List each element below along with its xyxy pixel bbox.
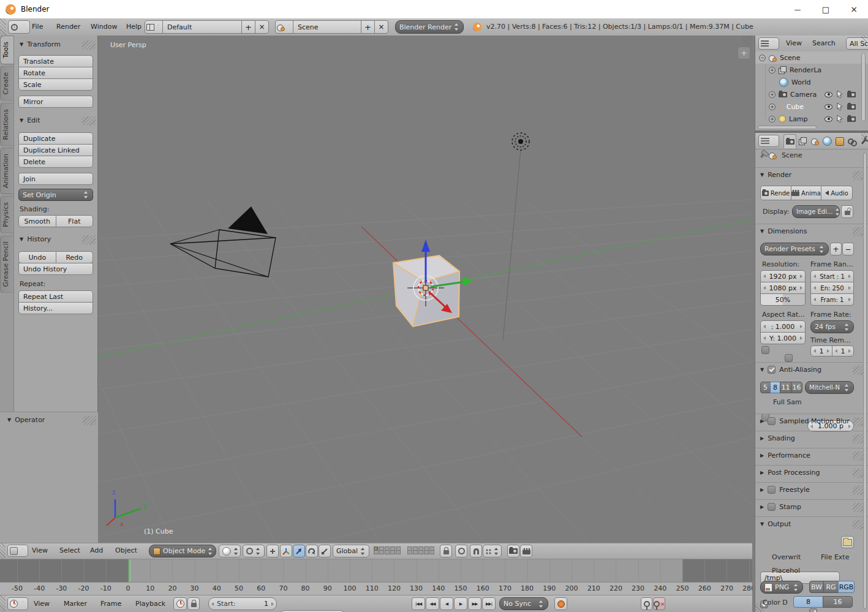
time-indicator-button[interactable] [173,597,187,610]
scene-add-button[interactable]: + [361,20,375,34]
jump-to-start-button[interactable]: |◀◀ [412,597,425,610]
next-keyframe-button[interactable]: ▶▶ [468,597,481,610]
undo-history-button[interactable]: Undo History [18,263,93,275]
redo-button[interactable]: Redo [56,251,94,263]
panel-drag-grip[interactable] [82,40,96,50]
editor-type-button[interactable] [758,135,779,147]
render-audio-button[interactable]: Audio [821,186,853,200]
visibility-eye-icon[interactable] [825,104,832,110]
tab-render[interactable] [783,134,796,148]
manipulator-toggle-button[interactable] [266,545,279,557]
corner-grip[interactable] [861,133,868,140]
timeline-menu-marker[interactable]: Marker [64,600,87,608]
preset-add-button[interactable]: + [830,243,842,255]
layer-cell[interactable] [374,550,379,554]
timeline-ruler[interactable]: -50-40-30-20-100102030405060708090100110… [0,582,752,595]
frame-step-field[interactable]: Fram: 1 [810,293,854,306]
viewport-menu-add[interactable]: Add [90,546,103,554]
viewport-3d[interactable]: User Persp z y x (1) Cube + [98,36,752,543]
aa-samples-11-button[interactable]: 11 [780,382,791,393]
pin-icon[interactable] [760,153,766,159]
renderability-camera-icon[interactable] [847,104,856,110]
shelf-tab-create[interactable]: Create [0,66,13,101]
menu-render[interactable]: Render [56,23,80,31]
frame-end-field[interactable]: En: 250 [810,282,854,294]
panel-header-shading[interactable]: ▶Shading [760,434,795,442]
render-still-button[interactable]: Rende [760,186,791,200]
collapse-expander-icon[interactable]: + [769,67,776,74]
outliner-row-cube[interactable]: + ▽ Cube [755,100,868,113]
color-rgb-button[interactable]: RGB [838,581,855,593]
aa-filter-select[interactable]: Mitchell-N [805,381,854,394]
panel-header-history[interactable]: ▼History [20,235,51,243]
visibility-eye-icon[interactable] [825,92,832,97]
outliner-row-camera[interactable]: + Camera [755,88,868,100]
panel-header-stamp[interactable]: ▶Stamp [760,503,801,511]
tab-world[interactable] [821,135,833,148]
manipulator-rotate-button[interactable] [306,545,318,557]
render-presets-select[interactable]: Render Presets [760,243,829,255]
sync-mode-select[interactable]: No Sync [499,597,548,610]
panel-header-anti-aliasing[interactable]: ▼Anti-Aliasing [760,366,821,374]
manipulator-translate-button[interactable] [293,545,305,557]
collapse-expander-icon[interactable]: − [759,55,766,61]
visibility-eye-icon[interactable] [825,116,832,122]
lock-frame-button[interactable] [187,597,200,610]
collapse-expander-icon[interactable]: + [769,91,776,98]
region-expand-button[interactable]: + [738,47,750,59]
display-lock-button[interactable] [841,205,853,218]
history-button[interactable]: History... [18,302,93,314]
layer-cell[interactable] [379,550,384,554]
viewport-shading-select[interactable] [219,545,241,557]
viewport-menu-select[interactable]: Select [59,546,80,554]
outliner-horizontal-scrollbar[interactable] [758,126,817,129]
preset-remove-button[interactable]: − [842,243,854,255]
menu-window[interactable]: Window [91,23,117,31]
outliner-item-label[interactable]: Scene [780,54,801,62]
outliner-row-renderlayers[interactable]: + RenderLa [755,64,868,76]
aspect-x-field[interactable]: : 1.000 [760,320,806,333]
depth-8-button[interactable]: 8 [793,596,823,608]
repeat-last-button[interactable]: Repeat Last [18,290,93,303]
corner-grip[interactable] [0,543,6,559]
smooth-button[interactable]: Smooth [18,215,56,227]
aa-samples-5-button[interactable]: 5 [760,382,771,393]
corner-grip[interactable] [861,36,868,43]
corner-grip[interactable] [0,18,6,36]
pivot-point-select[interactable] [243,545,265,557]
outliner-menu-search[interactable]: Search [812,39,836,47]
border-checkbox[interactable] [761,346,769,354]
play-button[interactable]: ▶ [454,597,467,610]
aa-samples-16-button[interactable]: 16 [791,382,802,393]
frame-start-field[interactable]: Start:1 [208,597,277,610]
layer-cell[interactable] [407,550,412,554]
timeline-menu-view[interactable]: View [34,600,50,608]
corner-grip[interactable] [0,595,6,612]
outliner-vertical-scrollbar[interactable] [861,53,866,121]
selectability-cursor-icon[interactable] [837,103,843,110]
timeline-current-frame-marker[interactable] [129,559,130,582]
panel-header-freestyle[interactable]: ▶Freestyle [760,486,810,494]
depth-16-button[interactable]: 16 [823,596,853,608]
jump-to-end-button[interactable]: ▶▶| [482,597,496,610]
outliner-row-scene[interactable]: − Scene [755,51,868,64]
panel-header-edit[interactable]: ▼Edit [20,116,40,124]
file-extensions-checkbox[interactable] [809,608,817,612]
lock-to-scene-button[interactable] [440,545,452,557]
panel-header-dimensions[interactable]: ▼Dimensions [760,227,807,235]
viewport-menu-view[interactable]: View [32,546,48,554]
timeline-menu-frame[interactable]: Frame [100,600,121,608]
resolution-x-field[interactable]: 1920 px [760,270,806,282]
resolution-percentage-slider[interactable]: 50% [760,293,806,306]
render-engine-select[interactable]: Blender Render [395,20,464,34]
shelf-tab-relations[interactable]: Relations [0,103,13,146]
editor-type-button[interactable] [7,545,28,557]
prev-keyframe-button[interactable]: ◀◀ [426,597,439,610]
panel-header-operator[interactable]: ▼Operator [7,416,45,424]
editor-type-button[interactable] [758,37,779,50]
collapse-expander-icon[interactable]: + [769,104,776,110]
renderability-camera-icon[interactable] [847,116,856,122]
collapse-expander-icon[interactable]: + [769,116,776,123]
screen-layout-add-button[interactable]: + [241,20,255,34]
menu-help[interactable]: Help [126,23,142,31]
